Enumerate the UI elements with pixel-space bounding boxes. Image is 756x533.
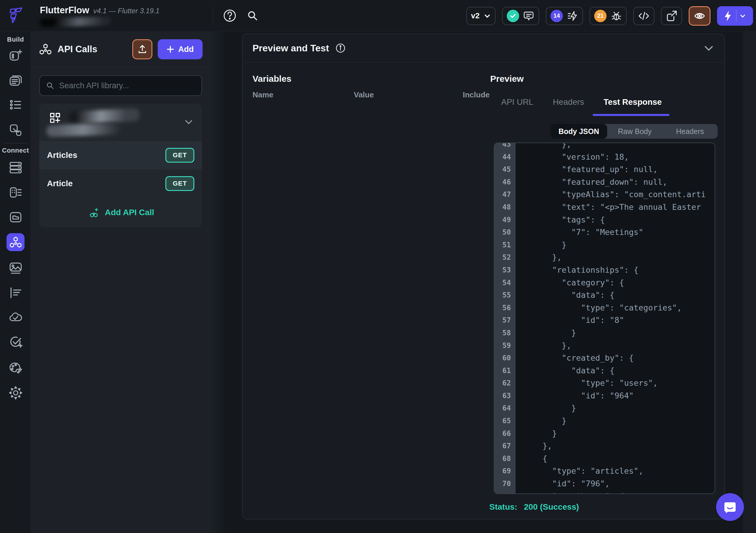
issues-count-badge: 21 [594, 10, 607, 22]
version-dropdown[interactable]: v2 [466, 7, 496, 25]
status-label: Status: [489, 502, 517, 512]
flutterflow-app: FlutterFlow v4.1 — Flutter 3.19.1 v2 [0, 0, 756, 533]
body-tab-raw-body[interactable]: Raw Body [607, 127, 662, 136]
api-call-row-articles[interactable]: Articles GET [39, 141, 202, 169]
checks-comments-button[interactable] [502, 7, 539, 25]
search-api-input[interactable] [59, 81, 196, 90]
database-icon[interactable] [8, 160, 24, 176]
preview-and-test-card: Preview and Test Variables Name Value In… [242, 33, 725, 520]
panel-title: API Calls [58, 44, 132, 55]
add-button[interactable]: Add [158, 39, 202, 59]
run-button[interactable] [717, 6, 753, 26]
check-plus-icon[interactable] [8, 334, 24, 350]
qr-plus-icon [49, 112, 62, 125]
line-number: 52 [494, 251, 516, 264]
code-view-button[interactable] [633, 7, 654, 25]
cloud-check-icon[interactable] [8, 309, 24, 325]
line-number: 70 [494, 477, 516, 490]
folder-icon[interactable] [8, 209, 24, 225]
chat-launcher-button[interactable] [716, 493, 744, 521]
code-line: "type": "categories", [516, 302, 715, 314]
code-line: "data": { [516, 289, 715, 302]
collapse-chevron-icon[interactable] [703, 42, 715, 54]
eye-icon [693, 10, 706, 22]
code-line: { [516, 452, 715, 465]
preview-mode-button[interactable] [689, 6, 711, 26]
add-button-label: Add [178, 45, 194, 54]
add-widget-icon[interactable] [8, 47, 24, 63]
code-line: } [516, 402, 715, 415]
bug-icon [611, 10, 622, 21]
line-number: 62 [494, 377, 516, 390]
search-icon[interactable] [247, 10, 258, 21]
line-number: 61 [494, 365, 516, 377]
api-call-row-article[interactable]: Article GET [39, 169, 202, 198]
line-number: 63 [494, 390, 516, 402]
card-title: Preview and Test [253, 43, 329, 54]
line-number: 56 [494, 302, 516, 314]
code-line: "7": "Meetings" [516, 226, 715, 239]
code-line: "data": { [516, 365, 715, 377]
column-header-include: Include [463, 90, 490, 99]
redacted-group-name-line2 [46, 123, 120, 137]
code-line: "created_by": { [516, 352, 715, 365]
tab-api-url[interactable]: API URL [501, 97, 533, 107]
api-group-header[interactable] [39, 104, 202, 141]
flutterflow-logo[interactable] [0, 7, 31, 24]
code-line: }, [516, 440, 715, 452]
checklist-icon[interactable] [8, 97, 24, 113]
code-line-list: }, "version": 18, "featured_up": null, "… [516, 143, 715, 494]
line-number: 51 [494, 239, 516, 251]
search-api-input-wrap [39, 75, 202, 96]
line-number: 57 [494, 314, 516, 327]
code-line: "version": 18, [516, 151, 715, 164]
info-icon[interactable] [336, 43, 345, 53]
app-subtitle: v4.1 — Flutter 3.19.1 [93, 7, 159, 15]
code-line: } [516, 327, 715, 340]
zap-lines-icon [567, 10, 578, 21]
tab-headers[interactable]: Headers [553, 97, 584, 107]
gear-icon[interactable] [8, 385, 24, 401]
preview-tabs: API URL Headers Test Response [501, 97, 662, 107]
title-block: FlutterFlow v4.1 — Flutter 3.19.1 [40, 5, 159, 26]
api-calls-icon[interactable] [7, 233, 24, 251]
tab-test-response[interactable]: Test Response [604, 97, 662, 107]
upload-api-button[interactable] [132, 39, 152, 59]
line-number: 44 [494, 151, 516, 164]
export-icon [666, 10, 677, 22]
line-number: 59 [494, 340, 516, 352]
code-line: "text": "<p>The annual Easter [516, 201, 715, 214]
nav-rail: Build Connect [0, 32, 31, 533]
body-tab-headers[interactable]: Headers [662, 127, 717, 136]
code-line: "id": "964" [516, 390, 715, 402]
line-number: 45 [494, 163, 516, 176]
code-line: "type": "articles", [516, 465, 715, 477]
help-icon[interactable] [223, 9, 236, 22]
line-number: 53 [494, 264, 516, 276]
plus-icon [167, 45, 174, 53]
chevron-down-icon[interactable] [184, 117, 194, 127]
code-line: "featured_down": null, [516, 176, 715, 189]
json-response-viewer[interactable]: 4344454647484950515253545556575859606162… [494, 142, 715, 494]
code-line: }, [516, 143, 715, 151]
hexagon-plus-icon [87, 206, 99, 219]
card-header: Preview and Test [243, 34, 724, 63]
issues-button[interactable]: 21 [589, 7, 627, 25]
actions-button[interactable]: 14 [546, 7, 583, 25]
line-number: 66 [494, 427, 516, 440]
schema-icon[interactable] [8, 185, 24, 200]
components-icon[interactable] [8, 122, 24, 138]
pages-icon[interactable] [8, 72, 24, 88]
open-external-button[interactable] [661, 7, 682, 25]
body-tab-body-json[interactable]: Body JSON [551, 124, 607, 139]
add-api-call-button[interactable]: Add API Call [39, 198, 202, 227]
variables-title: Variables [253, 74, 291, 84]
media-icon[interactable] [8, 260, 24, 276]
top-bar: FlutterFlow v4.1 — Flutter 3.19.1 v2 [0, 0, 756, 32]
text-icon[interactable] [8, 285, 24, 301]
add-api-call-label: Add API Call [105, 208, 154, 217]
line-number: 54 [494, 276, 516, 289]
palette-icon[interactable] [8, 360, 24, 376]
chevron-down-icon[interactable] [740, 13, 746, 19]
status-value: 200 (Success) [524, 502, 579, 512]
